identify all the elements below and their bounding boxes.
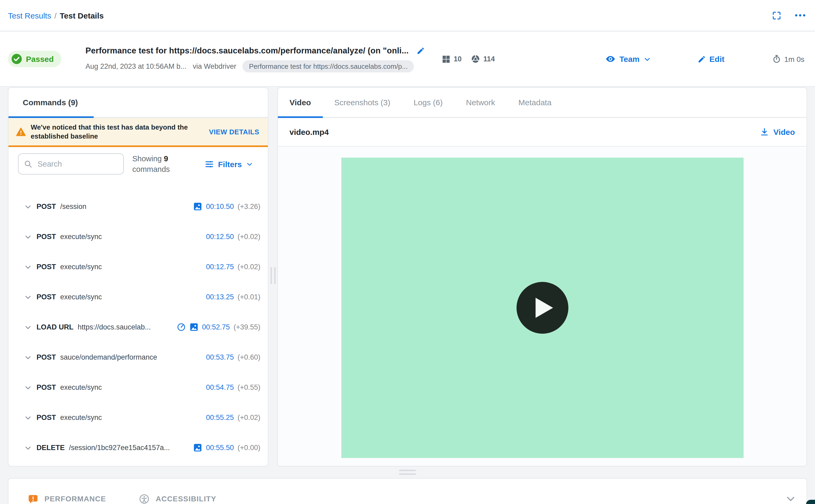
performance-gauge-icon[interactable]: [177, 323, 186, 332]
asset-tabbar: Video Screenshots (3) Logs (6) Network M…: [278, 88, 807, 118]
command-row[interactable]: POST execute/sync 00:: [8, 402, 268, 433]
search-input[interactable]: [37, 159, 118, 169]
stopwatch-icon: [772, 54, 781, 63]
breadcrumb: Test Results / Test Details: [8, 11, 104, 20]
row-chevron-down-icon[interactable]: [24, 384, 32, 391]
team-visibility-button[interactable]: Team: [606, 54, 651, 64]
command-method: POST: [37, 293, 56, 301]
screenshot-image-icon[interactable]: [193, 443, 202, 452]
chat-widget-corner[interactable]: [806, 500, 815, 504]
bottom-bar: PERFORMANCE ACCESSIBILITY: [8, 478, 807, 504]
command-path: execute/sync: [60, 233, 102, 241]
video-player[interactable]: [341, 158, 743, 458]
fullscreen-icon[interactable]: [772, 11, 781, 20]
rename-pencil-icon[interactable]: [417, 46, 425, 55]
showing-count-text: Showing 9 commands: [132, 153, 190, 175]
showing-count: 9: [164, 154, 168, 163]
row-chevron-down-icon[interactable]: [24, 323, 32, 331]
command-path: execute/sync: [60, 383, 102, 391]
row-chevron-down-icon[interactable]: [24, 293, 32, 301]
screenshot-image-icon[interactable]: [193, 202, 202, 211]
panel-divider: [268, 87, 277, 466]
panel-resize-handle[interactable]: [270, 267, 275, 284]
command-row[interactable]: POST sauce/ondemand/performance: [8, 342, 268, 372]
command-delta: (+0.01): [238, 293, 260, 301]
play-button[interactable]: [516, 282, 568, 334]
command-row[interactable]: LOAD URL https://docs.saucelab...: [8, 312, 268, 342]
commands-tabbar: Commands (9): [8, 88, 268, 118]
row-chevron-down-icon[interactable]: [24, 233, 32, 240]
tab-logs-6[interactable]: Logs (6): [402, 88, 454, 117]
row-chevron-down-icon[interactable]: [24, 354, 32, 361]
command-method: POST: [37, 233, 56, 241]
command-row[interactable]: DELETE /session/1bc927ee15ac4157a...: [8, 433, 268, 463]
command-row[interactable]: POST execute/sync 00:: [8, 282, 268, 312]
download-label: Video: [773, 127, 795, 136]
command-delta: (+3.26): [238, 203, 260, 210]
bottom-resize-handle[interactable]: [399, 470, 416, 475]
command-timestamp: 00:55.25: [206, 414, 234, 421]
performance-alert-bubble-icon: [28, 493, 39, 504]
filters-chevron-down-icon: [246, 161, 253, 167]
edit-button[interactable]: Edit: [697, 54, 725, 63]
row-chevron-down-icon[interactable]: [24, 414, 32, 421]
top-bar-actions: [772, 11, 805, 20]
tab-metadata[interactable]: Metadata: [507, 88, 563, 117]
command-timestamp: 00:54.75: [206, 383, 234, 391]
main-content: Commands (9) We've noticed that this tes…: [8, 87, 807, 466]
command-row[interactable]: POST /session 00:10.5: [8, 191, 268, 222]
command-method: POST: [37, 203, 56, 210]
edit-label: Edit: [709, 54, 725, 63]
bottom-divider: [8, 466, 807, 478]
windows-icon: [442, 55, 451, 63]
filters-button[interactable]: Filters: [205, 159, 253, 168]
command-method: DELETE: [37, 444, 65, 452]
browser-version: 114: [483, 55, 495, 63]
breadcrumb-test-results-link[interactable]: Test Results: [8, 11, 51, 20]
duration-value: 1m 0s: [784, 55, 804, 63]
command-timestamp: 00:12.50: [206, 233, 234, 241]
command-path: sauce/ondemand/performance: [60, 353, 157, 361]
command-row[interactable]: POST execute/sync 00:: [8, 372, 268, 402]
status-label: Passed: [26, 54, 54, 63]
performance-section-toggle[interactable]: PERFORMANCE: [28, 493, 106, 504]
accessibility-section-toggle[interactable]: ACCESSIBILITY: [139, 493, 216, 504]
row-chevron-down-icon[interactable]: [24, 444, 32, 451]
environment-info: 10 114: [442, 54, 495, 63]
command-path: https://docs.saucelab...: [78, 323, 151, 331]
command-timestamp: 00:52.75: [202, 323, 230, 331]
command-delta: (+39.55): [234, 323, 260, 331]
check-circle-icon: [11, 53, 22, 65]
command-delta: (+0.02): [238, 233, 260, 241]
command-timestamp: 00:55.50: [206, 444, 234, 452]
title-block: Performance test for https://docs.saucel…: [85, 46, 425, 72]
test-details-page: Test Results / Test Details: [0, 0, 815, 504]
commands-toolbar: Showing 9 commands Filters: [8, 147, 268, 181]
os-info: 10: [442, 55, 462, 63]
os-version: 10: [454, 55, 462, 63]
command-path: execute/sync: [60, 293, 102, 301]
command-row[interactable]: POST execute/sync 00:: [8, 222, 268, 252]
command-list: POST /session 00:10.5: [8, 181, 268, 466]
view-details-link[interactable]: VIEW DETAILS: [209, 128, 259, 136]
command-delta: (+0.60): [238, 353, 260, 361]
row-chevron-down-icon[interactable]: [24, 203, 32, 210]
breadcrumb-separator: /: [54, 11, 56, 20]
command-timestamp: 00:12.75: [206, 263, 234, 271]
row-chevron-down-icon[interactable]: [24, 263, 32, 271]
more-options-icon[interactable]: [795, 14, 805, 17]
search-icon: [24, 160, 32, 168]
command-method: LOAD URL: [37, 323, 74, 331]
tab-screenshots-3[interactable]: Screenshots (3): [322, 88, 402, 117]
test-date: Aug 22nd, 2023 at 10:56AM b...: [85, 62, 186, 70]
command-row[interactable]: POST execute/sync 00:: [8, 252, 268, 282]
tab-video[interactable]: Video: [278, 88, 322, 117]
screenshot-image-icon[interactable]: [189, 323, 198, 332]
tab-network[interactable]: Network: [454, 88, 507, 117]
bottom-bar-chevron-down-icon[interactable]: [785, 493, 796, 504]
tab-commands[interactable]: Commands (9): [8, 88, 94, 117]
command-path: execute/sync: [60, 263, 102, 271]
command-delta: (+0.02): [238, 414, 260, 421]
download-video-button[interactable]: Video: [760, 127, 795, 136]
browser-info: 114: [471, 54, 495, 63]
